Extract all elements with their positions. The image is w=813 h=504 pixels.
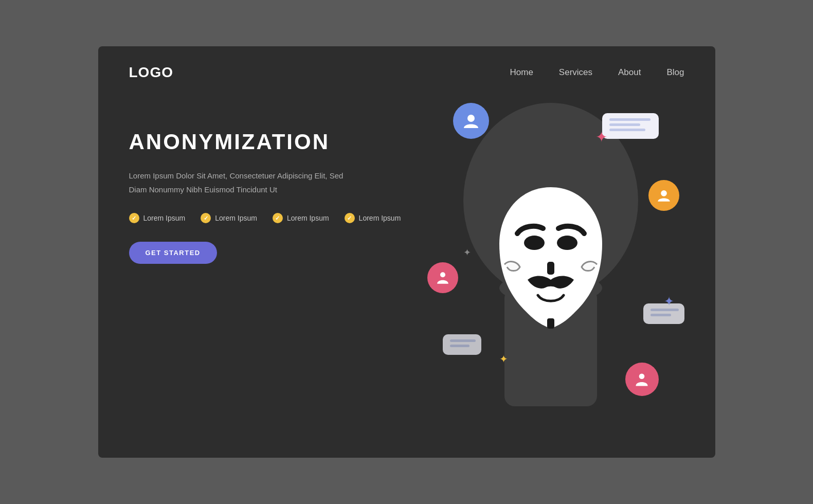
svg-point-9 <box>440 272 445 277</box>
nav-item-blog[interactable]: Blog <box>666 67 684 78</box>
nav-item-services[interactable]: Services <box>559 67 592 78</box>
nav-home-link[interactable]: Home <box>510 67 533 77</box>
person-icon-pink-bottom <box>634 371 650 388</box>
logo: LOGO <box>129 64 173 81</box>
nav-links: Home Services About Blog <box>510 67 684 78</box>
feature-item-2: ✓ Lorem Ipsum <box>201 213 257 223</box>
nav-item-home[interactable]: Home <box>510 67 533 78</box>
nav-about-link[interactable]: About <box>618 67 641 77</box>
hero-title: ANONYMIZATION <box>129 130 684 154</box>
feature-item-3: ✓ Lorem Ipsum <box>273 213 329 223</box>
chat-line <box>651 309 679 311</box>
avatar-pink-left <box>427 262 458 293</box>
feature-label-3: Lorem Ipsum <box>287 214 329 222</box>
feature-label-1: Lorem Ipsum <box>143 214 186 222</box>
nav-services-link[interactable]: Services <box>559 67 592 77</box>
feature-list: ✓ Lorem Ipsum ✓ Lorem Ipsum ✓ Lorem Ipsu… <box>129 213 684 223</box>
nav-item-about[interactable]: About <box>618 67 641 78</box>
landing-page: LOGO Home Services About Blog ANONYMIZAT… <box>98 46 715 458</box>
chat-line <box>450 345 469 347</box>
hero-description: Lorem Ipsum Dolor Sit Amet, Consectetuer… <box>129 169 345 196</box>
person-icon-pink-left <box>435 270 450 285</box>
check-icon-1: ✓ <box>129 213 139 223</box>
sparkle-yellow-icon: ✦ <box>499 353 508 365</box>
nav-blog-link[interactable]: Blog <box>666 67 684 77</box>
check-icon-4: ✓ <box>345 213 355 223</box>
feature-label-2: Lorem Ipsum <box>215 214 257 222</box>
chat-bubble-3 <box>443 334 481 355</box>
chat-line <box>450 339 476 342</box>
svg-rect-6 <box>547 318 554 329</box>
feature-item-1: ✓ Lorem Ipsum <box>129 213 186 223</box>
get-started-button[interactable]: GET STARTED <box>129 242 217 264</box>
check-icon-3: ✓ <box>273 213 283 223</box>
navbar: LOGO Home Services About Blog <box>98 46 715 99</box>
avatar-pink-bottom <box>625 363 659 396</box>
chat-line <box>651 314 671 316</box>
check-icon-2: ✓ <box>201 213 211 223</box>
sparkle-blue-icon: ✦ <box>664 294 674 309</box>
feature-item-4: ✓ Lorem Ipsum <box>345 213 401 223</box>
hero-section: ANONYMIZATION Lorem Ipsum Dolor Sit Amet… <box>98 99 715 264</box>
svg-point-10 <box>639 373 645 379</box>
feature-label-4: Lorem Ipsum <box>359 214 401 222</box>
